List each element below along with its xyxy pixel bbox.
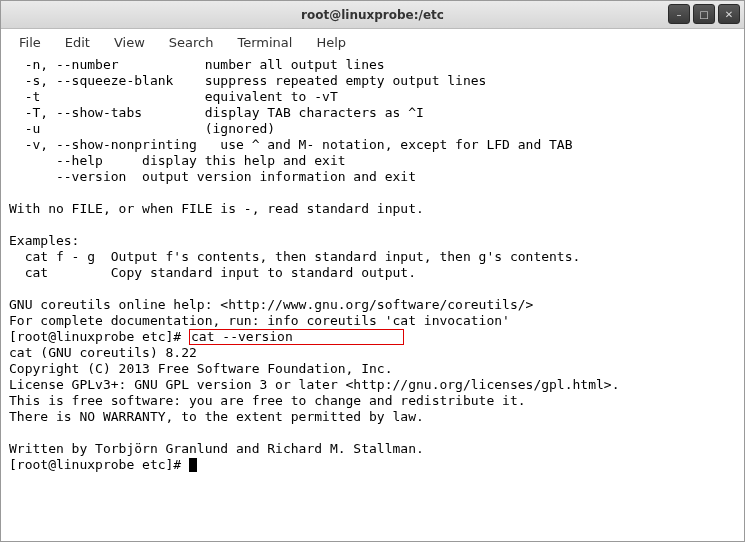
prompt-current: [root@linuxprobe etc]# — [9, 457, 189, 472]
terminal-line: There is NO WARRANTY, to the extent perm… — [9, 409, 424, 424]
terminal-line: -T, --show-tabs display TAB characters a… — [9, 105, 424, 120]
terminal-window: root@linuxprobe:/etc – □ ✕ File Edit Vie… — [0, 0, 745, 542]
window-controls: – □ ✕ — [668, 4, 740, 24]
menu-file[interactable]: File — [9, 33, 51, 52]
terminal-line: Copyright (C) 2013 Free Software Foundat… — [9, 361, 393, 376]
terminal-area[interactable]: -n, --number number all output lines -s,… — [1, 55, 744, 541]
terminal-line: With no FILE, or when FILE is -, read st… — [9, 201, 424, 216]
window-title: root@linuxprobe:/etc — [301, 8, 444, 22]
terminal-line: cat f - g Output f's contents, then stan… — [9, 249, 580, 264]
terminal-line: -n, --number number all output lines — [9, 57, 385, 72]
minimize-button[interactable]: – — [668, 4, 690, 24]
menu-help[interactable]: Help — [306, 33, 356, 52]
cursor-icon — [189, 458, 197, 472]
highlighted-command: cat --version — [189, 329, 404, 345]
terminal-line: -v, --show-nonprinting use ^ and M- nota… — [9, 137, 573, 152]
menu-terminal[interactable]: Terminal — [227, 33, 302, 52]
menu-view[interactable]: View — [104, 33, 155, 52]
command-text: cat --version — [191, 329, 293, 344]
minimize-icon: – — [677, 9, 682, 20]
titlebar: root@linuxprobe:/etc – □ ✕ — [1, 1, 744, 29]
terminal-line: For complete documentation, run: info co… — [9, 313, 510, 328]
menu-edit[interactable]: Edit — [55, 33, 100, 52]
terminal-line: -u (ignored) — [9, 121, 275, 136]
prompt-prefix: [root@linuxprobe etc]# — [9, 329, 189, 344]
menubar: File Edit View Search Terminal Help — [1, 29, 744, 55]
close-icon: ✕ — [725, 9, 733, 20]
maximize-icon: □ — [699, 9, 708, 20]
terminal-line: This is free software: you are free to c… — [9, 393, 526, 408]
terminal-line: --help display this help and exit — [9, 153, 346, 168]
terminal-line: cat Copy standard input to standard outp… — [9, 265, 416, 280]
terminal-line: --version output version information and… — [9, 169, 416, 184]
terminal-line: License GPLv3+: GNU GPL version 3 or lat… — [9, 377, 619, 392]
close-button[interactable]: ✕ — [718, 4, 740, 24]
maximize-button[interactable]: □ — [693, 4, 715, 24]
terminal-line: -s, --squeeze-blank suppress repeated em… — [9, 73, 486, 88]
terminal-line: Examples: — [9, 233, 79, 248]
terminal-line: cat (GNU coreutils) 8.22 — [9, 345, 197, 360]
menu-search[interactable]: Search — [159, 33, 224, 52]
terminal-line: GNU coreutils online help: <http://www.g… — [9, 297, 533, 312]
terminal-line: -t equivalent to -vT — [9, 89, 338, 104]
terminal-line: Written by Torbjörn Granlund and Richard… — [9, 441, 424, 456]
